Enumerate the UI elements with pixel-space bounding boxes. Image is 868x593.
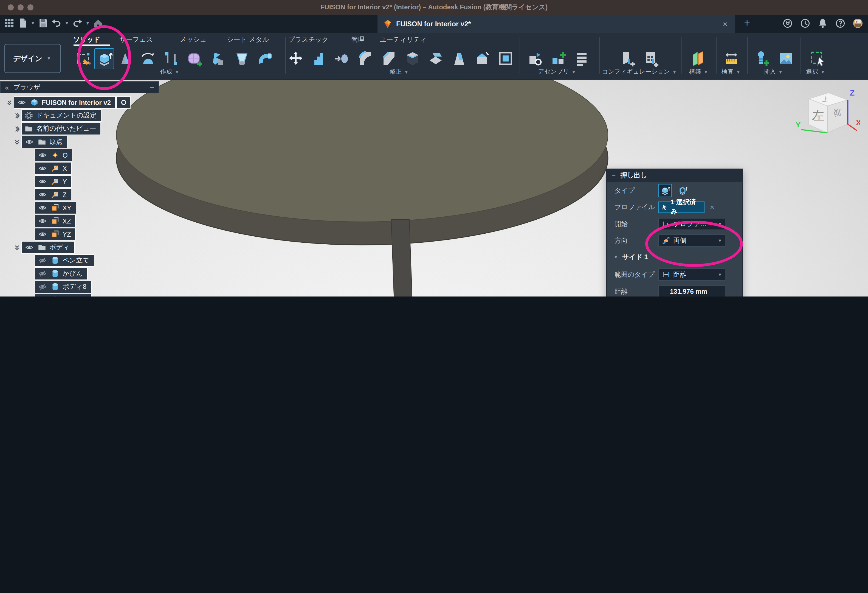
chevron-down-icon[interactable]: ▼ [65, 21, 69, 25]
tree-row-ボディ9[interactable]: ボディ9 [35, 294, 91, 297]
press-pull-button[interactable] [332, 48, 352, 69]
tree-item-ペン立て[interactable]: ペン立て [35, 255, 94, 266]
insert-fastener-button[interactable] [753, 48, 772, 69]
replace-face-button[interactable] [472, 48, 492, 69]
visibility-on-icon[interactable] [24, 138, 35, 146]
close-tab-button[interactable]: × [720, 19, 730, 28]
recent-icon[interactable] [799, 18, 811, 29]
chevron-expanded-icon[interactable] [13, 244, 21, 251]
home-icon[interactable] [92, 17, 104, 29]
ribbon-tab-5[interactable]: プラスチック [288, 35, 328, 44]
group-label-8[interactable]: 選択 ▼ [806, 68, 826, 76]
ribbon-tab-2[interactable]: サーフェス [120, 35, 153, 44]
avatar[interactable] [852, 18, 864, 29]
loft-button[interactable] [208, 48, 228, 69]
table-top[interactable] [116, 80, 608, 245]
configuration-table-button[interactable] [641, 48, 661, 69]
insert-canvas-button[interactable] [776, 48, 796, 69]
group-label-1[interactable]: 作成 ▼ [160, 68, 180, 76]
side1-section-header[interactable]: ▼サイド 1 [607, 251, 743, 262]
visibility-on-icon[interactable] [37, 164, 48, 172]
tree-item-X[interactable]: X [35, 163, 71, 174]
group-label-7[interactable]: 挿入 ▼ [764, 68, 784, 76]
group-label-6[interactable]: 検査 ▼ [722, 68, 741, 76]
visibility-on-icon[interactable] [37, 191, 48, 199]
tree-row-FUISON for Interior v2[interactable]: FUISON for Interior v2 [6, 97, 130, 108]
tree-row-O[interactable]: O [35, 149, 72, 161]
tree-item-Z[interactable]: Z [35, 189, 71, 200]
move-button[interactable] [286, 48, 306, 69]
tree-row-XY[interactable]: XY [35, 202, 76, 214]
extensions-icon[interactable] [782, 18, 793, 29]
tree-item-O[interactable]: O [35, 149, 72, 161]
undo-icon[interactable] [50, 17, 62, 29]
configuration-button[interactable] [617, 48, 637, 69]
ribbon-tab-1[interactable]: ソリッド [73, 35, 100, 44]
form-button[interactable] [185, 48, 205, 69]
bom-button[interactable] [572, 48, 592, 69]
tree-row-X[interactable]: X [35, 163, 71, 174]
tree-item-ドキュメントの設定[interactable]: ドキュメントの設定 [22, 110, 101, 121]
hole-button[interactable] [232, 48, 252, 69]
profile-selection-chip[interactable]: 1 選択済み [658, 201, 704, 213]
combine-button[interactable] [309, 48, 329, 69]
tree-row-YZ[interactable]: YZ [35, 228, 75, 240]
revolve-button[interactable] [115, 48, 135, 69]
chevron-expanded-icon[interactable] [6, 99, 13, 106]
tree-item-原点[interactable]: 原点 [22, 136, 67, 148]
distance-input-side1[interactable]: 131.976 mm [658, 285, 725, 297]
help-icon[interactable] [834, 18, 846, 29]
measure-button[interactable] [722, 48, 741, 69]
direction-dropdown[interactable]: 両側 ▼ [658, 234, 725, 247]
visibility-on-icon[interactable] [16, 98, 27, 106]
tree-item-ボディ9[interactable]: ボディ9 [35, 294, 91, 297]
minimize-browser-icon[interactable]: − [150, 83, 154, 92]
ribbon-tab-7[interactable]: ユーティリティ [380, 35, 427, 44]
visibility-on-icon[interactable] [37, 151, 48, 159]
start-dropdown[interactable]: プロファイル平面 ▼ [658, 218, 725, 230]
tree-row-ドキュメントの設定[interactable]: ドキュメントの設定 [13, 110, 101, 121]
group-label-3[interactable]: アセンブリ ▼ [538, 68, 577, 76]
split-body-button[interactable] [426, 48, 446, 69]
zoom-window-button[interactable] [27, 4, 34, 10]
activate-component-radio[interactable] [117, 97, 130, 108]
save-icon[interactable] [37, 17, 49, 29]
create-sketch-button[interactable] [74, 48, 93, 69]
new-tab-button[interactable]: + [744, 18, 750, 28]
type-extrude-button[interactable] [658, 184, 672, 197]
redo-icon[interactable] [71, 17, 83, 29]
tree-row-原点[interactable]: 原点 [13, 136, 67, 148]
ribbon-tab-3[interactable]: メッシュ [180, 35, 207, 44]
tree-item-ボディ[interactable]: ボディ [22, 242, 74, 253]
minimize-window-button[interactable] [18, 4, 24, 10]
new-component-button[interactable] [525, 48, 545, 69]
fillet-button[interactable] [356, 48, 375, 69]
pattern-button[interactable] [496, 48, 516, 69]
tree-item-名前の付いたビュー[interactable]: 名前の付いたビュー [22, 123, 101, 135]
chevron-down-icon[interactable]: ▼ [31, 21, 35, 25]
rail-button[interactable] [161, 48, 181, 69]
browser-header[interactable]: « ブラウザ − [0, 81, 159, 93]
sweep-button[interactable] [138, 48, 158, 69]
notifications-icon[interactable] [817, 18, 828, 29]
visibility-off-icon[interactable] [37, 269, 48, 278]
visibility-on-icon[interactable] [37, 204, 48, 212]
tree-row-XZ[interactable]: XZ [35, 215, 75, 227]
group-label-2[interactable]: 修正 ▼ [390, 68, 409, 76]
collapse-browser-icon[interactable]: « [5, 83, 9, 92]
document-tab[interactable]: FUISON for Interior v2* × [378, 15, 735, 33]
construction-plane-button[interactable] [688, 48, 708, 69]
visibility-on-icon[interactable] [37, 177, 48, 186]
chamfer-button[interactable] [379, 48, 399, 69]
draft-button[interactable] [449, 48, 469, 69]
tree-row-名前の付いたビュー[interactable]: 名前の付いたビュー [13, 123, 101, 135]
shell-button[interactable] [403, 48, 422, 69]
tree-item-ボディ8[interactable]: ボディ8 [35, 281, 91, 293]
tree-item-XZ[interactable]: XZ [35, 215, 75, 227]
tree-row-ボディ[interactable]: ボディ [13, 242, 74, 253]
extent-type-dropdown-side1[interactable]: 距離 ▼ [658, 269, 725, 281]
select-button[interactable] [807, 48, 827, 69]
tree-item-かびん[interactable]: かびん [35, 268, 87, 279]
tree-row-かびん[interactable]: かびん [35, 268, 87, 279]
view-cube[interactable]: 左 前 上 Z X Y [794, 88, 860, 146]
